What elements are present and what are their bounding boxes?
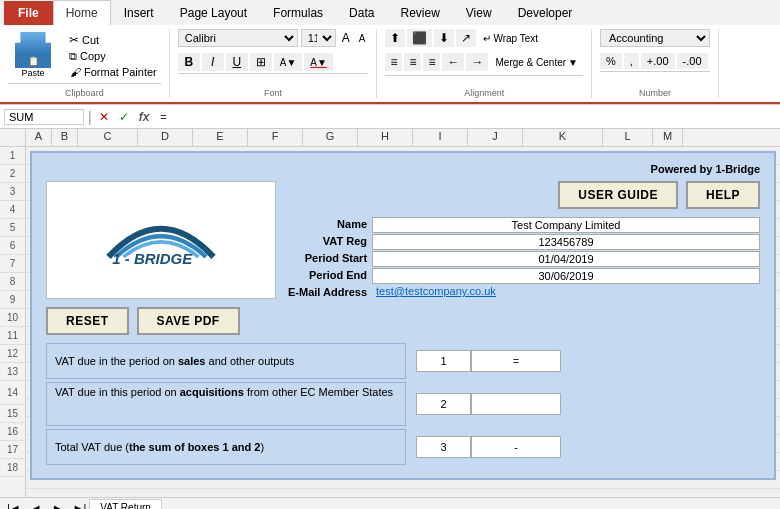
- percent-button[interactable]: %: [600, 53, 622, 69]
- vat-row-2: VAT due in this period on acquisitions f…: [46, 382, 760, 426]
- row-num-17[interactable]: 17: [0, 441, 25, 459]
- col-header-h[interactable]: H: [358, 129, 413, 146]
- row-num-9[interactable]: 9: [0, 291, 25, 309]
- tab-insert[interactable]: Insert: [111, 0, 167, 25]
- sheet-nav-last[interactable]: ►|: [70, 502, 90, 510]
- tab-formulas[interactable]: Formulas: [260, 0, 336, 25]
- font-size-increase-btn[interactable]: A: [339, 30, 353, 46]
- save-pdf-button[interactable]: SAVE PDF: [137, 307, 240, 335]
- sheet-nav-prev[interactable]: ◄: [28, 502, 45, 510]
- alignment-group-label: Alignment: [464, 84, 504, 98]
- align-middle-button[interactable]: ⬛: [407, 29, 432, 47]
- row-num-3[interactable]: 3: [0, 183, 25, 201]
- formula-input[interactable]: [156, 110, 776, 124]
- alignment-content: ⬆ ⬛ ⬇ ↗ ↵ Wrap Text ≡ ≡ ≡ ← → Mer: [385, 29, 583, 73]
- row-num-16[interactable]: 16: [0, 423, 25, 441]
- sheet-tab-vat[interactable]: VAT Return: [89, 499, 162, 509]
- col-header-c[interactable]: C: [78, 129, 138, 146]
- user-guide-button[interactable]: USER GUIDE: [558, 181, 678, 209]
- indent-increase-button[interactable]: →: [466, 53, 488, 71]
- row-num-11[interactable]: 11: [0, 327, 25, 345]
- align-right-button[interactable]: ≡: [423, 53, 440, 71]
- align-left-button[interactable]: ≡: [385, 53, 402, 71]
- powered-by-text: Powered by 1-Bridge: [46, 163, 760, 175]
- number-buttons-row: % , +.00 -.00: [600, 53, 708, 69]
- reset-button[interactable]: RESET: [46, 307, 129, 335]
- font-name-select[interactable]: Calibri: [178, 29, 298, 47]
- col-header-b[interactable]: B: [52, 129, 78, 146]
- col-header-m[interactable]: M: [653, 129, 683, 146]
- col-header-d[interactable]: D: [138, 129, 193, 146]
- bold-button[interactable]: B: [178, 53, 200, 71]
- cancel-formula-button[interactable]: ✕: [96, 110, 112, 124]
- tab-home[interactable]: Home: [53, 0, 111, 25]
- vat-box-num-3: 3: [416, 436, 471, 458]
- indent-decrease-button[interactable]: ←: [442, 53, 464, 71]
- border-button[interactable]: ⊞: [250, 53, 272, 71]
- row-num-12[interactable]: 12: [0, 345, 25, 363]
- copy-button[interactable]: ⧉ Copy: [66, 49, 161, 64]
- font-size-decrease-btn[interactable]: A: [356, 32, 369, 45]
- align-top-button[interactable]: ⬆: [385, 29, 405, 47]
- help-button[interactable]: HELP: [686, 181, 760, 209]
- tab-review[interactable]: Review: [387, 0, 452, 25]
- wrap-text-button[interactable]: ↵ Wrap Text: [478, 29, 543, 47]
- col-header-g[interactable]: G: [303, 129, 358, 146]
- fill-color-button[interactable]: A▼: [274, 53, 303, 71]
- cut-button[interactable]: ✂ Cut: [66, 32, 161, 48]
- row-num-6[interactable]: 6: [0, 237, 25, 255]
- row-num-15[interactable]: 15: [0, 405, 25, 423]
- row-num-14[interactable]: 14: [0, 381, 25, 405]
- formula-icons: ✕ ✓ fx: [96, 110, 153, 124]
- align-center-button[interactable]: ≡: [404, 53, 421, 71]
- col-header-l[interactable]: L: [603, 129, 653, 146]
- logo-box: 1 - BRIDGE: [46, 181, 276, 299]
- name-label: Name: [288, 217, 371, 233]
- tab-data[interactable]: Data: [336, 0, 387, 25]
- insert-function-button[interactable]: fx: [136, 110, 153, 124]
- row-num-1[interactable]: 1: [0, 147, 25, 165]
- col-header-i[interactable]: I: [413, 129, 468, 146]
- row-num-7[interactable]: 7: [0, 255, 25, 273]
- col-header-e[interactable]: E: [193, 129, 248, 146]
- font-color-button[interactable]: A▼: [304, 53, 333, 71]
- email-value[interactable]: test@testcompany.co.uk: [372, 285, 760, 299]
- row-num-5[interactable]: 5: [0, 219, 25, 237]
- row-col-corner: [0, 129, 26, 146]
- number-group: Accounting % , +.00 -.00 Number: [592, 29, 719, 98]
- increase-decimal-button[interactable]: +.00: [641, 53, 675, 69]
- italic-button[interactable]: I: [202, 53, 224, 71]
- vat-box-val-2: [471, 393, 561, 415]
- column-headers: A B C D E F G H I J K L M: [0, 129, 780, 147]
- tab-view[interactable]: View: [453, 0, 505, 25]
- row-num-18[interactable]: 18: [0, 459, 25, 477]
- tab-developer[interactable]: Developer: [505, 0, 586, 25]
- align-bottom-button[interactable]: ⬇: [434, 29, 454, 47]
- form-overlay: Powered by 1-Bridge 1 - BRIDGE: [30, 151, 776, 493]
- col-header-j[interactable]: J: [468, 129, 523, 146]
- col-header-a[interactable]: A: [26, 129, 52, 146]
- paste-button[interactable]: 📋 Paste: [8, 29, 58, 81]
- confirm-formula-button[interactable]: ✓: [116, 110, 132, 124]
- sheet-nav-next[interactable]: ►: [49, 502, 66, 510]
- col-header-f[interactable]: F: [248, 129, 303, 146]
- row-num-10[interactable]: 10: [0, 309, 25, 327]
- comma-button[interactable]: ,: [624, 53, 639, 69]
- format-painter-button[interactable]: 🖌 Format Painter: [66, 65, 161, 79]
- font-size-select[interactable]: 11: [301, 29, 336, 47]
- merge-center-button[interactable]: Merge & Center ▼: [490, 53, 583, 71]
- row-num-8[interactable]: 8: [0, 273, 25, 291]
- sheet-nav-first[interactable]: |◄: [4, 502, 24, 510]
- underline-button[interactable]: U: [226, 53, 248, 71]
- name-box[interactable]: [4, 109, 84, 125]
- decrease-decimal-button[interactable]: -.00: [677, 53, 708, 69]
- text-angle-button[interactable]: ↗: [456, 29, 476, 47]
- number-format-select[interactable]: Accounting: [600, 29, 710, 47]
- row-num-13[interactable]: 13: [0, 363, 25, 381]
- vat-desc-3-text: Total VAT due (the sum of boxes 1 and 2): [55, 441, 264, 453]
- tab-page-layout[interactable]: Page Layout: [167, 0, 260, 25]
- row-num-2[interactable]: 2: [0, 165, 25, 183]
- tab-file[interactable]: File: [4, 1, 53, 25]
- row-num-4[interactable]: 4: [0, 201, 25, 219]
- col-header-k[interactable]: K: [523, 129, 603, 146]
